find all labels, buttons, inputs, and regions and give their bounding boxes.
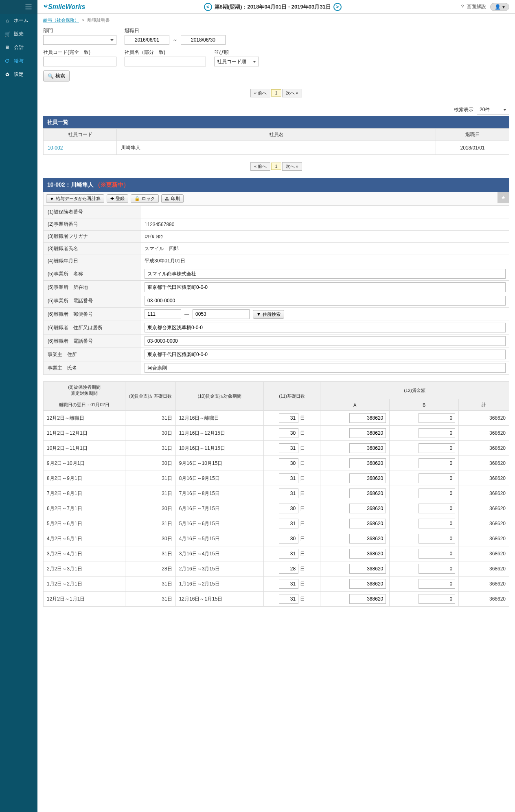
- period-prev-button[interactable]: <: [204, 3, 212, 11]
- sort-select[interactable]: 社員コード順: [214, 57, 259, 66]
- employee-name-input[interactable]: [125, 57, 206, 66]
- wage-a-input[interactable]: [349, 458, 386, 468]
- dept-select[interactable]: [43, 35, 116, 45]
- office-addr-input[interactable]: [145, 282, 506, 292]
- wage-b-input[interactable]: [419, 473, 455, 483]
- owner-addr-input[interactable]: [145, 350, 506, 359]
- days11-input[interactable]: [279, 473, 298, 483]
- table-row[interactable]: 10-002川崎隼人2018/01/01: [44, 141, 509, 155]
- wage-a-input[interactable]: [349, 473, 386, 483]
- pager-prev[interactable]: « 前へ: [250, 162, 270, 171]
- leaver-addr-input[interactable]: [145, 323, 506, 332]
- zip-dash: —: [184, 311, 189, 317]
- pager-next[interactable]: 次へ »: [282, 162, 302, 171]
- employee-code-input[interactable]: [43, 57, 116, 66]
- wage-b-input[interactable]: [419, 504, 455, 513]
- days11-input[interactable]: [279, 519, 298, 528]
- days9: 31日: [125, 516, 175, 531]
- period-next-button[interactable]: >: [333, 3, 342, 11]
- recalc-button[interactable]: ▼ 給与データから再計算: [46, 194, 104, 203]
- lock-button[interactable]: 🔒 ロック: [131, 194, 159, 203]
- wage-b-input[interactable]: [419, 594, 455, 604]
- days11-input[interactable]: [279, 428, 298, 438]
- days11-input[interactable]: [279, 549, 298, 559]
- wage-b-input[interactable]: [419, 549, 455, 559]
- register-button[interactable]: ✚ 登録: [107, 194, 128, 203]
- display-count-select[interactable]: 20件: [477, 105, 509, 114]
- days11-input[interactable]: [279, 413, 298, 423]
- wage-b-input[interactable]: [419, 519, 455, 528]
- period10: 12月16日～1月15日: [175, 592, 263, 607]
- menu-toggle[interactable]: [0, 0, 37, 14]
- nav-payroll[interactable]: ⏱給与: [0, 54, 37, 68]
- wage-b-input[interactable]: [419, 579, 455, 589]
- addr-search-button[interactable]: ▼ 住所検索: [253, 310, 284, 319]
- wage-b-input[interactable]: [419, 564, 455, 574]
- period: 12月2日～1月1日: [44, 592, 125, 607]
- nav-sales[interactable]: 🛒販売: [0, 27, 37, 41]
- days11-input[interactable]: [279, 594, 298, 604]
- wage-b-input[interactable]: [419, 534, 455, 544]
- pager-page[interactable]: 1: [271, 163, 281, 170]
- emp-code[interactable]: 10-002: [44, 141, 117, 155]
- zip1-input[interactable]: [145, 309, 181, 319]
- leave-from-input[interactable]: [125, 35, 169, 45]
- office-tel-input[interactable]: [145, 296, 506, 306]
- wage-b-input[interactable]: [419, 489, 455, 498]
- pager-page[interactable]: 1: [271, 89, 281, 97]
- gear-icon: ✿: [4, 71, 11, 78]
- period10: 5月16日～6月15日: [175, 516, 263, 531]
- help-button[interactable]: ？画面解説: [460, 3, 486, 10]
- print-button[interactable]: 🖶 印刷: [161, 194, 184, 203]
- days11-input[interactable]: [279, 579, 298, 589]
- day-unit: 日: [300, 415, 305, 422]
- pager-bottom: « 前へ1次へ »: [43, 162, 509, 171]
- logo[interactable]: ༄ SmileWorks: [43, 3, 85, 11]
- bookmark-button[interactable]: ★: [497, 192, 509, 203]
- zip2-input[interactable]: [193, 309, 250, 319]
- days11-input[interactable]: [279, 564, 298, 574]
- days11-input[interactable]: [279, 489, 298, 498]
- wage-a-input[interactable]: [349, 564, 386, 574]
- owner-name-input[interactable]: [145, 363, 506, 373]
- wage-b-input[interactable]: [419, 458, 455, 468]
- leaver-tel-input[interactable]: [145, 336, 506, 346]
- wage-row: 12月2日～離職日 31日 12月16日～離職日 日 368620: [44, 411, 509, 426]
- period10: 12月16日～離職日: [175, 411, 263, 426]
- wage-a-input[interactable]: [349, 489, 386, 498]
- wage-a-input[interactable]: [349, 519, 386, 528]
- wage-a-input[interactable]: [349, 594, 386, 604]
- leave-to-input[interactable]: [181, 35, 226, 45]
- pager-next[interactable]: 次へ »: [282, 89, 302, 97]
- wage-b-input[interactable]: [419, 413, 455, 423]
- days11-input[interactable]: [279, 504, 298, 513]
- f5c-label: (5)事業所 電話番号: [44, 294, 141, 308]
- days11-input[interactable]: [279, 443, 298, 453]
- h9: (9)賃金支払 基礎日数: [125, 382, 175, 411]
- wage-b-input[interactable]: [419, 443, 455, 453]
- days9: 30日: [125, 501, 175, 516]
- wage-a-input[interactable]: [349, 413, 386, 423]
- wage-a-input[interactable]: [349, 579, 386, 589]
- wage-row: 4月2日～5月1日 30日 4月16日～5月15日 日 368620: [44, 531, 509, 546]
- days9: 31日: [125, 577, 175, 592]
- wage-a-input[interactable]: [349, 443, 386, 453]
- wage-total: 368620: [459, 516, 509, 531]
- search-button[interactable]: 🔍検索: [43, 70, 70, 81]
- days11-input[interactable]: [279, 458, 298, 468]
- wage-b-input[interactable]: [419, 428, 455, 438]
- breadcrumb-parent[interactable]: 給与（社会保険）: [43, 18, 79, 22]
- f3b-value: スマイル 四郎: [141, 243, 509, 255]
- days11-input[interactable]: [279, 534, 298, 544]
- wage-a-input[interactable]: [349, 534, 386, 544]
- nav-home[interactable]: ⌂ホーム: [0, 14, 37, 27]
- user-menu[interactable]: 👤▾: [490, 3, 509, 11]
- wage-a-input[interactable]: [349, 504, 386, 513]
- pager-prev[interactable]: « 前へ: [250, 89, 270, 97]
- h8b: 算定対象期間: [71, 391, 98, 396]
- nav-accounting[interactable]: 🖩会計: [0, 41, 37, 54]
- office-name-input[interactable]: [145, 269, 506, 279]
- nav-settings[interactable]: ✿設定: [0, 68, 37, 81]
- wage-a-input[interactable]: [349, 428, 386, 438]
- wage-a-input[interactable]: [349, 549, 386, 559]
